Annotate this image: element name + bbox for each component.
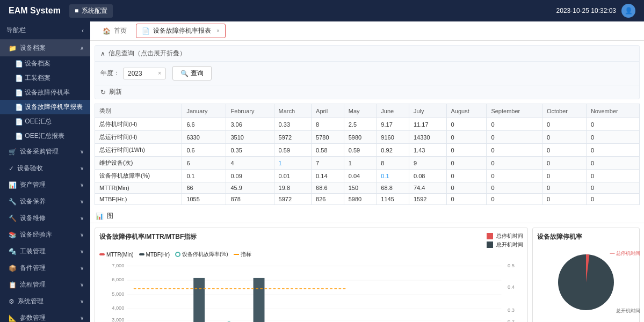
row-cell: 1: [344, 157, 377, 170]
chevron-down-icon3: ∨: [80, 182, 84, 188]
stop-legend-color: [487, 233, 493, 239]
row-cell: 878: [226, 194, 274, 205]
pie-run-label: 总开机时间: [616, 308, 640, 314]
search-icon: 🔍: [180, 70, 189, 77]
sidebar-item-oee-report[interactable]: 📄 OEE汇总报表: [0, 129, 90, 143]
tab-active-report[interactable]: 📄 设备故障停机率报表 ×: [136, 24, 226, 38]
datetime: 2023-10-25 10:32:03: [556, 7, 616, 14]
col-header: July: [409, 104, 446, 118]
row-cell: 0: [487, 118, 542, 131]
row-cell: 8: [312, 118, 344, 131]
left-chart: 设备故障停机率/MTTR/MTBF指标 总停机时间 总开机时间: [95, 228, 528, 322]
row-cell: 4: [226, 157, 274, 170]
sidebar-item-maint[interactable]: 🔧 设备保养 ∨: [0, 193, 90, 210]
legend-mttr: MTTR(Min): [99, 252, 134, 258]
col-header: January: [182, 104, 226, 118]
chevron-down-icon9: ∨: [80, 282, 84, 288]
sidebar-item-purchase[interactable]: 🛒 设备采购管理 ∨: [0, 143, 90, 160]
sidebar-item-explib[interactable]: 📚 设备经验库 ∨: [0, 226, 90, 243]
row-cell: 0: [487, 131, 542, 144]
row-cell: 5780: [312, 131, 344, 144]
table-section: 类别JanuaryFebruaryMarchAprilMayJuneJulyAu…: [95, 104, 640, 205]
sidebar-item-repair[interactable]: 🔨 设备维修 ∨: [0, 210, 90, 226]
collapse-icon: ∧: [100, 50, 105, 57]
avatar[interactable]: 👤: [621, 4, 635, 18]
sidebar-item-asset[interactable]: 📊 资产管理 ∨: [0, 177, 90, 193]
row-cell: 5972: [274, 194, 312, 205]
row-cell: 74.4: [409, 182, 446, 194]
info-header[interactable]: ∧ 信息查询（点击展开折叠）: [95, 46, 639, 62]
col-header: June: [377, 104, 409, 118]
row-cell: 0: [446, 118, 487, 131]
row-cell: 150: [344, 182, 377, 194]
row-cell: 0.04: [344, 170, 377, 182]
row-cell: 0.09: [226, 170, 274, 182]
row-cell: 0.14: [312, 170, 344, 182]
tab-close-icon[interactable]: ×: [216, 28, 220, 34]
svg-text:0.5: 0.5: [508, 263, 515, 268]
row-cell: 8: [377, 157, 409, 170]
header-nav[interactable]: ■ 系统配置: [69, 4, 113, 18]
chevron-down-icon5: ∨: [80, 215, 84, 221]
row-cell: 0.6: [182, 144, 226, 157]
row-cell: 0: [446, 131, 487, 144]
row-cell: 1: [274, 157, 312, 170]
sidebar-item-oee-summary[interactable]: 📄 OEE汇总: [0, 114, 90, 129]
row-cell: 0: [542, 182, 586, 194]
sidebar-item-equipment-files[interactable]: 📄 设备档案: [0, 56, 90, 71]
sidebar-collapse-icon[interactable]: ‹: [82, 27, 84, 34]
sidebar-item-system[interactable]: ⚙ 系统管理 ∨: [0, 293, 90, 310]
refresh-bar[interactable]: ↻ 刷新: [95, 85, 639, 99]
nav-label: 系统配置: [82, 6, 107, 16]
row-cell: 0: [446, 182, 487, 194]
left-chart-svg: 7,000 6,000 5,000 4,000 3,000 2,000 1,00…: [99, 260, 523, 322]
row-cell: 0: [586, 157, 639, 170]
query-button[interactable]: 🔍 查询: [172, 66, 212, 80]
row-cell: 9160: [377, 131, 409, 144]
row-cell: 11.17: [409, 118, 446, 131]
doc-icon3: 📄: [15, 89, 23, 97]
year-input[interactable]: 2023 ×: [123, 68, 166, 79]
table-row: 总停机时间(H)6.63.060.3382.59.1711.170000: [95, 118, 640, 131]
row-cell: 0: [542, 118, 586, 131]
clear-icon[interactable]: ×: [158, 70, 161, 76]
row-cell: 2.5: [344, 118, 377, 131]
row-label: MTTR(Min): [95, 182, 182, 194]
chevron-down-icon7: ∨: [80, 248, 84, 254]
header: EAM System ■ 系统配置 2023-10-25 10:32:03 👤: [0, 0, 644, 21]
row-cell: 6.6: [182, 118, 226, 131]
sidebar-item-fault-rate-report[interactable]: 📄 设备故障停机率报表: [0, 100, 90, 114]
table-row: 维护设备(次)64171890000: [95, 157, 640, 170]
sidebar-item-tool-archive[interactable]: 📄 工装档案: [0, 71, 90, 85]
sidebar-item-equipment-archive[interactable]: 📁 设备档案 ∧: [0, 40, 90, 56]
col-header: 类别: [95, 104, 182, 118]
row-cell: 0.59: [344, 144, 377, 157]
app-title: EAM System: [9, 6, 61, 16]
col-header: September: [487, 104, 542, 118]
svg-text:5,000: 5,000: [112, 291, 124, 297]
sidebar-item-params[interactable]: 📐 参数管理 ∨: [0, 310, 90, 322]
row-cell: 5980: [344, 131, 377, 144]
info-body: 年度： 2023 × 🔍 查询: [95, 62, 639, 85]
sidebar-item-process[interactable]: 📋 流程管理 ∨: [0, 276, 90, 293]
row-cell: 1055: [182, 194, 226, 205]
row-cell: 6: [182, 157, 226, 170]
sidebar-item-fault-rate[interactable]: 📄 设备故障停机率: [0, 85, 90, 100]
row-cell: 9: [409, 157, 446, 170]
tab-home[interactable]: 🏠 首页: [96, 23, 134, 39]
sidebar-item-parts[interactable]: 📦 备件管理 ∨: [0, 260, 90, 276]
sidebar-item-receipt[interactable]: ✓ 设备验收 ∨: [0, 160, 90, 177]
row-cell: 0: [446, 194, 487, 205]
row-cell: 0.1: [377, 170, 409, 182]
chevron-down-icon2: ∨: [80, 165, 84, 171]
row-cell: 0.1: [182, 170, 226, 182]
row-cell: 68.8: [377, 182, 409, 194]
sidebar-item-tool[interactable]: 🔩 工装管理 ∨: [0, 243, 90, 260]
mtbf-legend-dot: [139, 253, 144, 255]
sidebar-header[interactable]: 导航栏 ‹: [0, 21, 90, 40]
col-header: November: [586, 104, 639, 118]
doc-icon4: 📄: [15, 104, 23, 111]
row-cell: 5980: [344, 194, 377, 205]
data-table: 类别JanuaryFebruaryMarchAprilMayJuneJulyAu…: [95, 104, 640, 205]
sidebar: 导航栏 ‹ 📁 设备档案 ∧ 📄 设备档案 📄 工装档案 📄 设备故障停机率 📄…: [0, 21, 90, 322]
